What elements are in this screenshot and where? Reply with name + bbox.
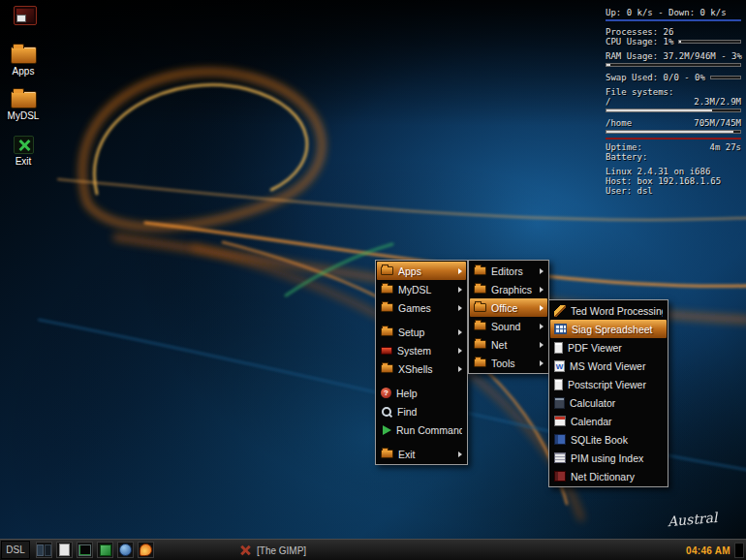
submenu-arrow-icon — [540, 305, 544, 311]
menu-item-sqlite-book[interactable]: SQLite Book — [550, 430, 667, 449]
submenu-arrow-icon — [540, 360, 544, 366]
ram-usage-line: RAM Usage: 37.2M/946M - 3% — [606, 51, 741, 61]
submenu-arrow-icon — [458, 305, 462, 311]
host-line: Host: box 192.168.1.65 — [606, 176, 741, 186]
menu-item-system[interactable]: System — [377, 341, 466, 359]
menu-item-sound[interactable]: Sound — [470, 317, 547, 335]
divider — [606, 138, 741, 140]
desktop-icon-mydsl[interactable]: MyDSL — [2, 91, 45, 121]
desktop-icon-apps[interactable]: Apps — [2, 47, 45, 77]
document-icon — [554, 342, 563, 354]
divider — [606, 19, 741, 21]
submenu-arrow-icon — [458, 348, 462, 354]
folder-icon — [474, 303, 486, 312]
system-monitor: Up: 0 k/s - Down: 0 k/s Processes: 26 CP… — [606, 8, 741, 196]
swap-usage-line: Swap Used: 0/0 - 0% — [606, 73, 741, 82]
menu-item-ted-word-processing[interactable]: Ted Word Processing — [550, 301, 667, 320]
dictionary-icon — [554, 471, 566, 482]
main-menu: Apps MyDSL Games Setup System XShells — [375, 260, 468, 465]
menu-item-net-dictionary[interactable]: Net Dictionary — [550, 467, 667, 485]
document-icon[interactable] — [56, 542, 73, 558]
folder-icon — [381, 364, 393, 373]
menu-item-calculator[interactable]: Calculator — [550, 393, 667, 412]
submenu-arrow-icon — [540, 287, 544, 293]
package-icon[interactable] — [97, 542, 113, 558]
word-document-icon — [554, 360, 565, 372]
folder-icon — [381, 266, 393, 275]
folder-icon — [474, 340, 486, 349]
menu-item-mydsl[interactable]: MyDSL — [377, 280, 466, 298]
folder-icon — [11, 47, 37, 64]
folder-icon — [474, 266, 486, 275]
taskbar: DSL [The GIMP] 04:46 AM — [0, 539, 746, 560]
cpu-usage-line: CPU Usage: 1% — [606, 37, 741, 47]
menu-item-pim-using-index[interactable]: PIM using Index — [550, 449, 667, 467]
submenu-arrow-icon — [458, 287, 462, 293]
submenu-arrow-icon — [540, 324, 544, 329]
menu-item-net[interactable]: Net — [470, 335, 547, 354]
folder-icon — [11, 91, 37, 109]
menu-item-setup[interactable]: Setup — [377, 323, 466, 341]
fs-home-line: /home705M/745M — [606, 118, 741, 128]
menu-item-calendar[interactable]: Calendar — [550, 412, 667, 430]
menu-item-office[interactable]: Office — [470, 298, 547, 317]
clock: 04:46 AM — [686, 540, 730, 560]
book-icon — [554, 434, 566, 445]
office-submenu: Ted Word Processing Siag Spreadsheet PDF… — [548, 299, 668, 487]
ram-usage-bar — [606, 63, 741, 67]
folder-icon — [474, 358, 486, 367]
calculator-icon — [554, 397, 565, 409]
task-button-gimp[interactable]: [The GIMP] — [239, 540, 306, 560]
terminal-icon[interactable] — [77, 542, 93, 558]
help-icon — [381, 388, 391, 398]
browser-icon[interactable] — [138, 542, 154, 558]
pencil-icon — [554, 305, 566, 317]
taskbar-launchers — [36, 542, 154, 558]
menu-item-pdf-viewer[interactable]: PDF Viewer — [550, 338, 667, 357]
fs-home-bar — [606, 130, 741, 134]
folder-icon — [474, 322, 486, 330]
menu-item-ms-word-viewer[interactable]: MS Word Viewer — [550, 357, 667, 375]
submenu-arrow-icon — [458, 268, 462, 274]
run-arrow-icon — [383, 425, 391, 435]
globe-icon[interactable] — [117, 542, 134, 558]
menu-item-exit[interactable]: Exit — [377, 445, 466, 463]
filesystems-header: File systems: — [606, 87, 741, 97]
menu-item-apps[interactable]: Apps — [377, 262, 466, 280]
pager-icon[interactable] — [36, 542, 52, 558]
menu-item-games[interactable]: Games — [377, 298, 466, 317]
desktop-icon-app-window[interactable] — [4, 6, 47, 27]
menu-item-find[interactable]: Find — [377, 402, 466, 420]
document-icon — [554, 379, 563, 390]
uptime-line: Uptime:4m 27s — [606, 142, 741, 152]
x-window-icon — [239, 544, 251, 556]
menu-item-tools[interactable]: Tools — [470, 354, 547, 372]
desktop-icon-label: Exit — [16, 156, 32, 167]
workspace-label[interactable]: DSL — [1, 541, 30, 559]
submenu-arrow-icon — [458, 366, 462, 372]
submenu-arrow-icon — [458, 329, 462, 335]
magnifier-icon — [381, 406, 392, 418]
menu-item-postscript-viewer[interactable]: Postscript Viewer — [550, 375, 667, 393]
fs-root-bar — [606, 109, 741, 112]
menu-item-run-command[interactable]: Run Command — [377, 420, 466, 439]
folder-icon — [381, 285, 393, 294]
submenu-arrow-icon — [540, 268, 544, 274]
spreadsheet-icon — [554, 324, 567, 334]
folder-icon — [381, 327, 393, 336]
menu-item-xshells[interactable]: XShells — [377, 359, 466, 378]
desktop-icon-exit[interactable]: Exit — [2, 136, 45, 167]
menu-item-editors[interactable]: Editors — [470, 262, 547, 280]
app-window-icon — [14, 6, 37, 25]
task-label: [The GIMP] — [257, 545, 306, 556]
menu-item-graphics[interactable]: Graphics — [470, 280, 547, 298]
fs-root-line: /2.3M/2.9M — [606, 97, 741, 107]
menu-item-siag-spreadsheet[interactable]: Siag Spreadsheet — [550, 320, 667, 338]
exit-icon — [14, 136, 34, 154]
submenu-arrow-icon — [458, 451, 462, 457]
net-speed-line: Up: 0 k/s - Down: 0 k/s — [606, 8, 741, 17]
desktop-icon-label: Apps — [13, 66, 35, 77]
desktop-icon-label: MyDSL — [8, 110, 40, 121]
kernel-line: Linux 2.4.31 on i686 — [606, 167, 741, 176]
menu-item-help[interactable]: Help — [377, 384, 466, 402]
